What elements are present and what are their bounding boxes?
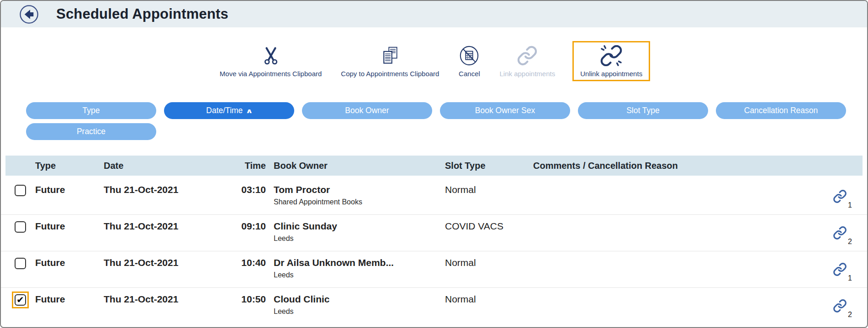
back-button[interactable] <box>19 5 39 24</box>
col-book-owner: Book Owner <box>266 161 437 171</box>
copy-documents-icon <box>380 45 400 66</box>
row-checkbox[interactable] <box>15 258 26 269</box>
toolbar-copy-to-appointments-clipboard[interactable]: Copy to Appointments Clipboard <box>339 41 441 81</box>
filter-row-1: Type Date/Time ∧ Book Owner Book Owner S… <box>26 102 867 119</box>
cell-slot-type: COVID VACS <box>437 220 525 232</box>
col-date: Date <box>104 161 232 171</box>
app-window: Scheduled Appointments Move via Appointm… <box>0 0 868 328</box>
cell-slot-type: Normal <box>437 293 525 305</box>
table-header: Type Date Time Book Owner Slot Type Comm… <box>5 156 863 176</box>
cell-type: Future <box>35 293 104 305</box>
pill-label: Book Owner <box>345 106 389 115</box>
cell-type: Future <box>35 184 104 196</box>
link-count: 1 <box>848 201 852 209</box>
table-row[interactable]: Future Thu 21-Oct-2021 10:50 Cloud Clini… <box>1 288 867 324</box>
toolbar-move-via-appointments-clipboard[interactable]: Move via Appointments Clipboard <box>218 41 323 81</box>
pill-label: Slot Type <box>626 106 660 115</box>
cell-type: Future <box>35 220 104 232</box>
link-icon <box>833 262 847 276</box>
cell-slot-type: Normal <box>437 184 525 196</box>
cell-date: Thu 21-Oct-2021 <box>104 293 232 305</box>
sort-ascending-icon: ∧ <box>246 107 253 115</box>
checkbox-annotation-box <box>12 292 29 308</box>
toolbar: Move via Appointments Clipboard Copy to … <box>1 27 867 81</box>
checkbox-wrap <box>12 219 29 235</box>
toolbar-label: Unlink appointments <box>580 70 642 78</box>
toolbar-label: Copy to Appointments Clipboard <box>341 70 439 78</box>
linked-appointments-indicator[interactable]: 2 <box>833 299 847 315</box>
linked-appointments-indicator[interactable]: 1 <box>833 189 847 205</box>
link-icon <box>516 45 539 66</box>
linked-appointments-indicator[interactable]: 2 <box>833 226 847 242</box>
link-count: 1 <box>848 274 852 282</box>
cell-book-owner: Dr Ailsa Unknown Memb... <box>274 257 437 269</box>
linked-appointments-indicator[interactable]: 1 <box>833 262 847 278</box>
cancel-calendar-icon <box>458 45 480 66</box>
filter-pill-book-owner-sex[interactable]: Book Owner Sex <box>440 102 570 119</box>
checkbox-wrap <box>12 182 29 199</box>
col-time: Time <box>232 161 266 171</box>
cell-book-owner: Cloud Clinic <box>274 293 437 305</box>
checkbox-wrap <box>12 255 29 272</box>
filter-pill-slot-type[interactable]: Slot Type <box>578 102 708 119</box>
pill-label: Type <box>83 106 100 115</box>
page-header: Scheduled Appointments <box>1 1 867 27</box>
cell-book-owner-sub: Leeds <box>274 271 437 279</box>
toolbar-unlink-appointments[interactable]: Unlink appointments <box>572 41 650 81</box>
cell-slot-type: Normal <box>437 257 525 269</box>
table-row[interactable]: Future Thu 21-Oct-2021 03:10 Tom Proctor… <box>1 178 867 215</box>
pill-label: Date/Time <box>206 106 243 115</box>
cell-time: 10:40 <box>232 257 266 269</box>
cell-book-owner: Tom Proctor <box>274 184 437 196</box>
scissors-icon <box>261 45 281 66</box>
toolbar-label: Link appointments <box>499 70 555 78</box>
unlink-icon <box>600 45 623 66</box>
pill-label: Cancellation Reason <box>744 106 818 115</box>
filter-pill-book-owner[interactable]: Book Owner <box>302 102 432 119</box>
filter-row-2: Practice <box>26 123 867 140</box>
col-slot-type: Slot Type <box>437 161 525 171</box>
col-type: Type <box>35 161 104 171</box>
filter-pill-cancellation-reason[interactable]: Cancellation Reason <box>716 102 846 119</box>
toolbar-label: Cancel <box>459 70 480 78</box>
link-count: 2 <box>848 238 852 246</box>
link-icon <box>833 189 847 203</box>
cell-time: 10:50 <box>232 293 266 305</box>
filter-bar: Type Date/Time ∧ Book Owner Book Owner S… <box>1 81 867 140</box>
filter-pill-practice[interactable]: Practice <box>26 123 156 140</box>
cell-book-owner-sub: Leeds <box>274 234 437 243</box>
cell-time: 09:10 <box>232 220 266 232</box>
cell-date: Thu 21-Oct-2021 <box>104 257 232 269</box>
appointments-table: Type Date Time Book Owner Slot Type Comm… <box>1 156 867 324</box>
link-count: 2 <box>848 311 852 319</box>
table-row[interactable]: Future Thu 21-Oct-2021 10:40 Dr Ailsa Un… <box>1 251 867 288</box>
link-icon <box>833 226 847 240</box>
table-row[interactable]: Future Thu 21-Oct-2021 09:10 Clinic Sund… <box>1 215 867 251</box>
cell-date: Thu 21-Oct-2021 <box>104 220 232 232</box>
link-icon <box>833 299 847 313</box>
cell-book-owner-sub: Shared Appointment Books <box>274 198 437 206</box>
toolbar-link-appointments[interactable]: Link appointments <box>498 41 557 81</box>
col-comments: Comments / Cancellation Reason <box>525 161 803 171</box>
row-checkbox[interactable] <box>15 294 26 306</box>
cell-date: Thu 21-Oct-2021 <box>104 184 232 196</box>
pill-label: Book Owner Sex <box>475 106 535 115</box>
filter-pill-datetime[interactable]: Date/Time ∧ <box>164 102 294 119</box>
filter-pill-type[interactable]: Type <box>26 102 156 119</box>
cell-type: Future <box>35 257 104 269</box>
toolbar-label: Move via Appointments Clipboard <box>220 70 322 78</box>
row-checkbox[interactable] <box>15 185 26 196</box>
toolbar-cancel[interactable]: Cancel <box>456 41 482 81</box>
page-title: Scheduled Appointments <box>56 6 228 22</box>
cell-book-owner-sub: Leeds <box>274 307 437 316</box>
pill-label: Practice <box>77 127 106 136</box>
cell-book-owner: Clinic Sunday <box>274 220 437 232</box>
back-arrow-icon <box>19 5 39 24</box>
row-checkbox[interactable] <box>15 221 26 233</box>
cell-time: 03:10 <box>232 184 266 196</box>
